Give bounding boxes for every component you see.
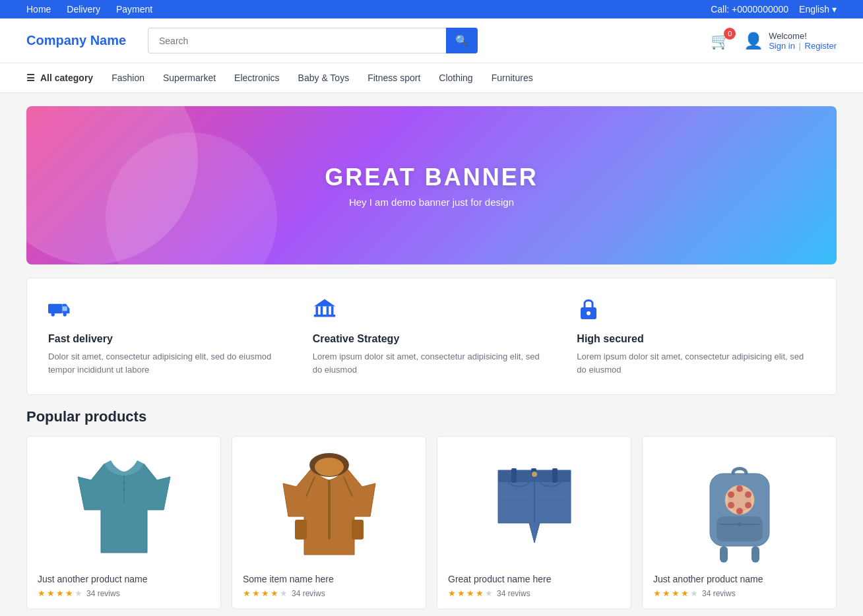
nav-furnitures[interactable]: Furnitures (492, 63, 533, 92)
truck-icon (48, 297, 286, 325)
search-bar: 🔍 (148, 28, 478, 53)
svg-rect-19 (295, 520, 307, 539)
feature-secured-title: High secured (577, 333, 815, 345)
features-section: Fast delivery Dolor sit amet, consectetu… (26, 278, 837, 395)
register-link[interactable]: Register (805, 41, 837, 51)
svg-rect-4 (63, 306, 67, 311)
nav-baby-toys[interactable]: Baby & Toys (298, 63, 350, 92)
banner-title: GREAT BANNER (325, 164, 538, 191)
cart-button[interactable]: 🛒 0 (711, 32, 730, 50)
nav-delivery[interactable]: Delivery (67, 4, 100, 15)
star-2: ★ (47, 588, 55, 598)
user-icon: 👤 (744, 32, 763, 50)
product-card-3[interactable]: Great product name here ★ ★ ★ ★ ★ 34 rev… (437, 436, 631, 609)
product-card-4[interactable]: Just another product name ★ ★ ★ ★ ★ 34 r… (642, 436, 837, 609)
logo[interactable]: Company Name (26, 33, 132, 48)
hero-banner: GREAT BANNER Hey I am demo banner just f… (26, 106, 837, 264)
star-1: ★ (653, 588, 661, 598)
top-right: Call: +0000000000 English ▾ (711, 4, 837, 15)
all-category-label: All category (40, 73, 93, 83)
shirt-image (71, 450, 177, 563)
svg-point-42 (736, 508, 743, 514)
user-section: 👤 Welcome! Sign in | Register (744, 31, 837, 51)
star-4: ★ (271, 588, 278, 598)
product-rating-2: ★ ★ ★ ★ ★ 34 reviws (243, 588, 415, 598)
header: Company Name 🔍 🛒 0 👤 Welcome! Sign in | … (0, 18, 863, 63)
phone-number: Call: +0000000000 (711, 4, 788, 15)
nav-fitness[interactable]: Fitness sport (368, 63, 420, 92)
nav-home[interactable]: Home (26, 4, 51, 15)
svg-point-45 (736, 496, 744, 504)
svg-point-40 (745, 491, 751, 498)
star-3: ★ (672, 588, 680, 598)
star-5: ★ (690, 588, 698, 598)
svg-rect-36 (717, 516, 763, 541)
nav-fashion[interactable]: Fashion (112, 63, 144, 92)
svg-rect-20 (352, 520, 364, 539)
search-input[interactable] (148, 28, 446, 53)
search-button[interactable]: 🔍 (446, 28, 478, 53)
svg-rect-34 (720, 546, 728, 563)
svg-point-3 (63, 313, 67, 316)
product-card-2[interactable]: Some item name here ★ ★ ★ ★ ★ 34 reviws (232, 436, 426, 609)
banner-subtitle: Hey I am demo banner just for design (349, 197, 514, 208)
star-2: ★ (457, 588, 465, 598)
svg-point-17 (315, 458, 344, 476)
svg-point-27 (532, 472, 537, 477)
feature-strategy: Creative Strategy Lorem ipsum dolor sit … (313, 297, 551, 376)
welcome-text: Welcome! (769, 31, 837, 41)
star-5: ★ (280, 588, 288, 598)
svg-rect-6 (315, 306, 318, 315)
star-5: ★ (485, 588, 493, 598)
language-label: English (799, 4, 829, 15)
product-name-4: Just another product name (653, 574, 825, 584)
svg-point-14 (123, 481, 125, 483)
lock-icon (577, 297, 815, 325)
svg-rect-35 (751, 546, 759, 563)
svg-point-15 (123, 489, 125, 491)
cart-badge: 0 (724, 28, 736, 40)
svg-point-41 (745, 502, 751, 508)
nav-clothing[interactable]: Clothing (439, 63, 472, 92)
nav-electronics[interactable]: Electronics (234, 63, 279, 92)
star-4: ★ (65, 588, 73, 598)
product-card-1[interactable]: Just another product name ★ ★ ★ ★ ★ 34 r… (26, 436, 221, 609)
svg-rect-9 (331, 306, 334, 315)
chevron-down-icon: ▾ (832, 4, 837, 15)
product-image-4 (653, 447, 825, 566)
svg-rect-7 (320, 306, 323, 315)
auth-links: Sign in | Register (769, 41, 837, 51)
nav-supermarket[interactable]: Supermarket (163, 63, 216, 92)
star-2: ★ (252, 588, 260, 598)
feature-delivery: Fast delivery Dolor sit amet, consectetu… (48, 297, 286, 376)
star-1: ★ (243, 588, 251, 598)
review-count-2: 34 reviws (292, 589, 325, 598)
product-name-2: Some item name here (243, 574, 415, 584)
language-selector[interactable]: English ▾ (799, 4, 837, 15)
svg-rect-10 (313, 315, 335, 317)
products-grid: Just another product name ★ ★ ★ ★ ★ 34 r… (26, 436, 837, 609)
feature-strategy-desc: Lorem ipsum dolor sit amet, consectetur … (313, 350, 551, 376)
product-rating-1: ★ ★ ★ ★ ★ 34 reviws (38, 588, 210, 598)
svg-rect-8 (326, 306, 329, 315)
svg-point-2 (51, 313, 55, 316)
svg-point-43 (728, 502, 734, 508)
feature-secured-desc: Lorem ipsum dolor sit amet, consectetur … (577, 350, 815, 376)
bank-icon (313, 297, 551, 325)
nav-payment[interactable]: Payment (116, 4, 152, 15)
star-1: ★ (448, 588, 456, 598)
star-3: ★ (466, 588, 474, 598)
product-image-2 (243, 447, 415, 566)
review-count-3: 34 reviws (497, 589, 530, 598)
shorts-image (482, 450, 587, 563)
star-4: ★ (476, 588, 484, 598)
svg-point-12 (587, 311, 591, 315)
star-5: ★ (75, 588, 82, 598)
popular-products-section: Popular products Just another product na… (26, 408, 837, 609)
svg-point-39 (736, 485, 743, 492)
sign-in-link[interactable]: Sign in (769, 41, 795, 51)
all-category-button[interactable]: ☰ All category (26, 63, 93, 92)
product-name-3: Great product name here (448, 574, 620, 584)
feature-strategy-title: Creative Strategy (313, 333, 551, 345)
product-image-1 (38, 447, 210, 566)
